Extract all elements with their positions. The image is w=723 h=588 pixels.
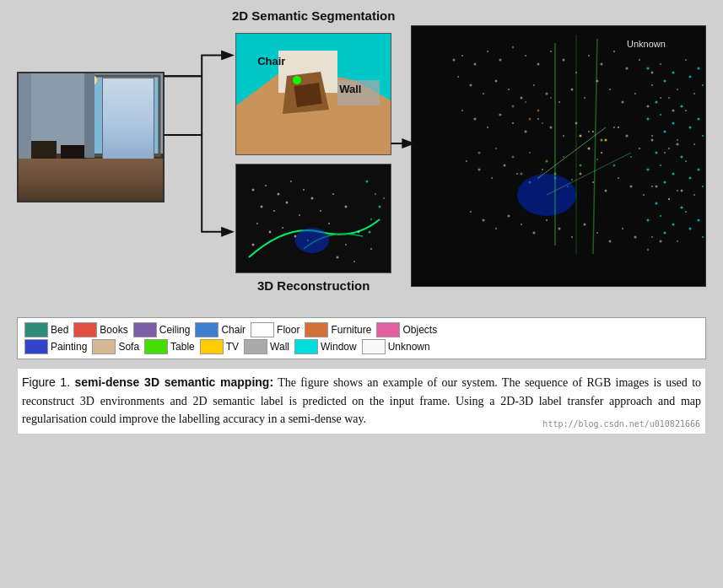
svg-point-172 bbox=[672, 122, 675, 125]
svg-point-190 bbox=[664, 181, 666, 184]
legend-item-floor: Floor bbox=[251, 322, 299, 337]
svg-rect-5 bbox=[94, 78, 158, 78]
svg-point-45 bbox=[379, 206, 381, 208]
svg-point-151 bbox=[630, 156, 632, 158]
svg-point-121 bbox=[630, 186, 633, 188]
svg-point-86 bbox=[634, 93, 636, 94]
svg-point-164 bbox=[689, 76, 692, 78]
svg-point-44 bbox=[375, 193, 376, 195]
legend-color-tv bbox=[200, 339, 224, 354]
svg-point-112 bbox=[516, 173, 518, 175]
legend-item-sofa: Sofa bbox=[92, 339, 139, 354]
svg-point-34 bbox=[345, 206, 348, 208]
svg-point-167 bbox=[668, 97, 670, 99]
svg-point-110 bbox=[491, 177, 493, 179]
svg-point-192 bbox=[689, 177, 692, 180]
svg-rect-10 bbox=[61, 145, 86, 166]
svg-point-118 bbox=[592, 181, 594, 183]
label-2d-segmentation: 2D Semantic Segmentation bbox=[232, 8, 395, 23]
legend-label-bed: Bed bbox=[51, 324, 68, 336]
svg-point-195 bbox=[668, 198, 670, 200]
svg-point-186 bbox=[672, 173, 675, 175]
svg-point-171 bbox=[660, 114, 661, 116]
svg-point-107 bbox=[677, 143, 679, 146]
svg-point-169 bbox=[693, 93, 695, 94]
svg-point-155 bbox=[571, 179, 573, 181]
svg-point-31 bbox=[311, 197, 314, 200]
svg-point-52 bbox=[337, 256, 339, 259]
svg-point-123 bbox=[656, 186, 658, 188]
svg-point-63 bbox=[550, 51, 552, 52]
svg-point-189 bbox=[651, 186, 653, 187]
svg-point-19 bbox=[293, 76, 301, 84]
svg-point-162 bbox=[664, 80, 666, 83]
svg-point-215 bbox=[512, 105, 515, 108]
legend-label-sofa: Sofa bbox=[118, 341, 139, 353]
svg-point-48 bbox=[369, 231, 371, 234]
svg-point-156 bbox=[647, 67, 650, 70]
svg-point-194 bbox=[656, 202, 658, 205]
diagram-area: 2D Semantic Segmentation bbox=[17, 8, 706, 312]
label-3d-reconstruction: 3D Reconstruction bbox=[257, 278, 370, 293]
svg-point-93 bbox=[499, 114, 502, 116]
svg-point-76 bbox=[508, 89, 510, 90]
svg-point-136 bbox=[596, 232, 598, 234]
svg-point-42 bbox=[295, 228, 329, 253]
svg-point-23 bbox=[265, 185, 267, 186]
svg-point-32 bbox=[320, 210, 321, 212]
legend-color-objects bbox=[376, 322, 400, 337]
legend-item-books: Books bbox=[73, 322, 127, 337]
room-photo-image bbox=[17, 72, 165, 202]
svg-point-119 bbox=[605, 190, 607, 192]
svg-point-24 bbox=[278, 193, 280, 196]
svg-point-70 bbox=[639, 59, 640, 61]
svg-point-87 bbox=[647, 105, 650, 108]
svg-point-55 bbox=[453, 59, 456, 62]
svg-point-146 bbox=[546, 160, 548, 163]
svg-point-125 bbox=[681, 190, 683, 192]
svg-point-133 bbox=[558, 228, 561, 230]
svg-point-66 bbox=[588, 55, 590, 57]
svg-point-220 bbox=[542, 122, 543, 124]
svg-point-181 bbox=[668, 148, 670, 149]
svg-point-41 bbox=[328, 223, 330, 224]
svg-point-152 bbox=[521, 173, 523, 175]
svg-point-114 bbox=[542, 169, 543, 170]
svg-point-72 bbox=[457, 76, 459, 78]
svg-point-97 bbox=[550, 127, 553, 129]
legend-label-objects: Objects bbox=[402, 324, 437, 336]
legend-color-floor bbox=[251, 322, 274, 337]
svg-point-27 bbox=[261, 206, 263, 208]
svg-point-71 bbox=[651, 72, 654, 74]
svg-point-82 bbox=[584, 97, 585, 99]
svg-point-59 bbox=[499, 59, 502, 62]
svg-point-92 bbox=[487, 127, 488, 128]
svg-point-187 bbox=[685, 160, 687, 162]
svg-point-25 bbox=[290, 181, 292, 182]
svg-point-216 bbox=[525, 101, 526, 103]
svg-point-176 bbox=[664, 131, 666, 133]
svg-point-90 bbox=[461, 110, 463, 111]
svg-point-100 bbox=[588, 131, 590, 132]
svg-point-105 bbox=[651, 139, 654, 142]
svg-point-170 bbox=[647, 118, 650, 121]
svg-point-160 bbox=[698, 67, 700, 70]
svg-point-126 bbox=[470, 211, 472, 213]
svg-point-132 bbox=[546, 219, 548, 221]
svg-point-60 bbox=[512, 46, 514, 48]
legend-item-painting: Painting bbox=[24, 339, 87, 354]
svg-point-163 bbox=[677, 89, 678, 90]
svg-point-218 bbox=[550, 97, 552, 99]
svg-point-168 bbox=[681, 105, 683, 108]
svg-point-142 bbox=[478, 152, 481, 154]
svg-point-159 bbox=[685, 59, 687, 61]
svg-point-138 bbox=[622, 228, 623, 229]
svg-point-161 bbox=[651, 84, 653, 86]
svg-point-145 bbox=[529, 152, 531, 154]
svg-point-166 bbox=[656, 101, 658, 104]
legend-row-1: BedBooksCeilingChairFloorFurnitureObject… bbox=[24, 322, 699, 337]
legend-label-wall: Wall bbox=[270, 341, 289, 353]
legend-label-chair: Chair bbox=[221, 324, 245, 336]
svg-point-96 bbox=[537, 118, 539, 120]
svg-rect-8 bbox=[93, 76, 159, 155]
